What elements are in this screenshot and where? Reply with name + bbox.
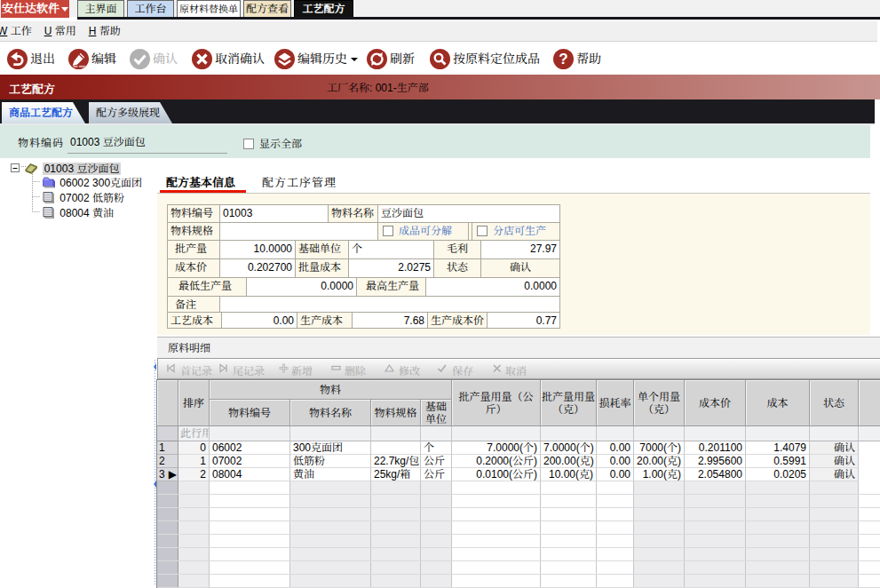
svg-text:?: ? (559, 51, 567, 68)
